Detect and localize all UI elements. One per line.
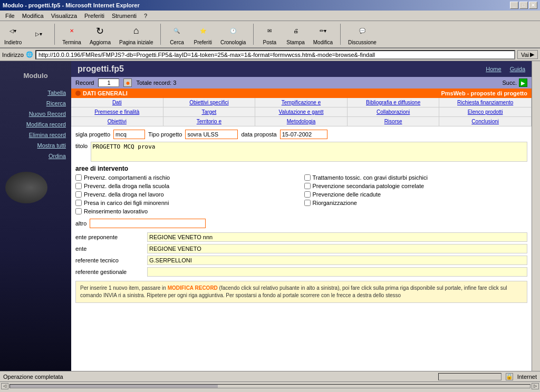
record-nav-button[interactable]: ●	[123, 79, 132, 87]
discuss-button[interactable]: 💬 Discussione	[346, 23, 379, 46]
menu-help[interactable]: ?	[141, 12, 150, 20]
sidebar-item-elimina-record[interactable]: Elimina record	[0, 130, 71, 140]
titolo-label: titolo	[75, 143, 88, 149]
separator-1	[54, 24, 55, 45]
menu-bar: File Modifica Visualizza Preferiti Strum…	[0, 11, 540, 21]
edit-button[interactable]: ✏▾ Modifica	[311, 23, 335, 46]
checkbox-7[interactable]	[75, 200, 82, 206]
nav-tab-premesse[interactable]: Premesse e finalità	[71, 107, 163, 116]
sigla-label: sigla progetto	[75, 131, 110, 138]
stop-button[interactable]: ✕ Termina	[60, 23, 83, 46]
print-icon: 🖨	[288, 24, 303, 38]
nav-tab-territorio[interactable]: Territorio e	[163, 117, 256, 126]
checkbox-8[interactable]	[304, 200, 311, 206]
scroll-right-btn[interactable]: ▷	[532, 383, 539, 389]
sigla-input[interactable]	[113, 130, 145, 139]
mail-icon: ✉	[262, 24, 277, 38]
menu-file[interactable]: File	[2, 12, 18, 20]
horizontal-scrollbar[interactable]: ◁ ▷	[0, 381, 540, 390]
checkbox-item-1: Prevenz. comportamenti a rischio	[75, 174, 299, 181]
security-icon: 🔒	[506, 373, 513, 380]
nav-tab-obiettivi-spec[interactable]: Obiettivi specifici	[163, 98, 256, 107]
nav-tab-bibliografia[interactable]: Bibliografia e diffusione	[348, 98, 440, 107]
nav-tab-valutazione[interactable]: Valutazione e gantt	[255, 107, 348, 116]
sidebar-item-tabella[interactable]: Tabella	[0, 87, 71, 98]
referente-tecnico-input[interactable]	[147, 256, 527, 265]
app-header: progetti.fp5 Home Guida	[71, 61, 532, 77]
checkbox-item-8: Riorganizzazione	[304, 200, 528, 206]
maximize-button[interactable]: □	[519, 2, 528, 9]
app-name: progetti.fp5	[78, 64, 124, 74]
status-text: Operazione completata	[3, 374, 63, 380]
checkbox-1[interactable]	[75, 174, 82, 181]
content-area: progetti.fp5 Home Guida Record ● Totale …	[71, 61, 532, 371]
record-label: Record	[75, 80, 94, 86]
nav-tab-dati[interactable]: Dati	[71, 98, 163, 107]
menu-modifica[interactable]: Modifica	[19, 12, 47, 20]
window-controls[interactable]: _ □ ✕	[510, 2, 537, 9]
aree-subtitle: aree di intervento	[75, 165, 527, 172]
referente-gestionale-input[interactable]	[147, 267, 527, 277]
tipo-input[interactable]	[185, 130, 238, 139]
address-label: Indirizzo	[2, 52, 24, 58]
checkbox-4[interactable]	[304, 183, 311, 189]
back-button[interactable]: ◁▾ Indietro	[2, 23, 24, 46]
address-input[interactable]	[35, 50, 515, 60]
nav-tab-conclusioni[interactable]: Conclusioni	[439, 117, 532, 126]
scroll-left-btn[interactable]: ◁	[1, 383, 8, 389]
sidebar-item-modifica-record[interactable]: Modifica record	[0, 119, 71, 130]
nav-tab-metodologia[interactable]: Metodologia	[255, 117, 348, 126]
menu-strumenti[interactable]: Strumenti	[109, 12, 140, 20]
ente-preponente-label: ente preponente	[75, 234, 144, 240]
sidebar-item-mostra-tutti[interactable]: Mostra tutti	[0, 140, 71, 151]
checkbox-6[interactable]	[304, 191, 311, 198]
scroll-track	[9, 384, 531, 388]
ente-preponente-input[interactable]	[147, 232, 527, 242]
sidebar-item-nuovo-record[interactable]: Nuovo Record	[0, 109, 71, 119]
nav-tab-risorse[interactable]: Risorse	[348, 117, 440, 126]
minimize-button[interactable]: _	[510, 2, 518, 9]
succ-label: Succ.	[502, 80, 517, 86]
menu-visualizza[interactable]: Visualizza	[48, 12, 80, 20]
sidebar-item-ordina[interactable]: Ordina	[0, 151, 71, 161]
checkbox-3[interactable]	[75, 183, 82, 189]
nav-tab-elenco[interactable]: Elenco prodotti	[439, 107, 532, 116]
print-button[interactable]: 🖨 Stampa	[284, 23, 306, 46]
data-input[interactable]	[280, 130, 327, 139]
record-input[interactable]	[98, 79, 119, 87]
altro-input[interactable]	[90, 219, 206, 228]
checkbox-5[interactable]	[75, 191, 82, 198]
separator-4	[340, 24, 341, 45]
scrollbar[interactable]	[532, 61, 540, 371]
home-button[interactable]: ⌂ Pagina iniziale	[117, 23, 156, 46]
nav-tab-tempificazione[interactable]: Tempificazione e	[255, 98, 348, 107]
menu-preferiti[interactable]: Preferiti	[81, 12, 108, 20]
nav-tab-collaborazioni[interactable]: Collaborazioni	[348, 107, 440, 116]
favorites-button[interactable]: ⭐ Preferiti	[191, 23, 214, 46]
refresh-button[interactable]: ↻ Aggiorna	[88, 23, 113, 46]
checkbox-label-9: Reinserimento lavorativo	[84, 208, 148, 214]
go-button[interactable]: Vai ▶	[517, 50, 538, 59]
search-button[interactable]: 🔍 Cerca	[166, 23, 187, 46]
address-bar: Indirizzo 🌐 Vai ▶	[0, 48, 540, 61]
mail-button[interactable]: ✉ Posta	[259, 23, 280, 46]
succ-container: Succ. ▶	[502, 79, 527, 87]
forward-button[interactable]: ▷▾	[28, 25, 49, 43]
nav-tab-obiettivi[interactable]: Obiettivi	[71, 117, 163, 126]
record-bar: Record ● Totale record: 3 Succ. ▶	[71, 77, 532, 89]
checkbox-item-4: Prevenzione secondaria patologie correla…	[304, 183, 528, 189]
guide-link[interactable]: Guida	[510, 66, 525, 72]
checkbox-2[interactable]	[304, 174, 311, 181]
nav-tab-richiesta[interactable]: Richiesta finanziamento	[439, 98, 532, 107]
checkbox-9[interactable]	[75, 208, 82, 214]
nav-tab-target[interactable]: Target	[163, 107, 256, 116]
succ-button[interactable]: ▶	[519, 79, 527, 87]
ente-input[interactable]	[147, 244, 527, 253]
sidebar-item-ricerca[interactable]: Ricerca	[0, 98, 71, 109]
history-button[interactable]: 🕐 Cronologia	[218, 23, 248, 46]
home-link[interactable]: Home	[486, 66, 501, 72]
checkbox-label-2: Trattamento tossic. con gravi disturbi p…	[313, 174, 428, 181]
scroll-thumb[interactable]	[10, 385, 218, 388]
close-button[interactable]: ✕	[529, 2, 537, 9]
titolo-textarea[interactable]: PROGETTO MCQ prova	[91, 142, 527, 162]
